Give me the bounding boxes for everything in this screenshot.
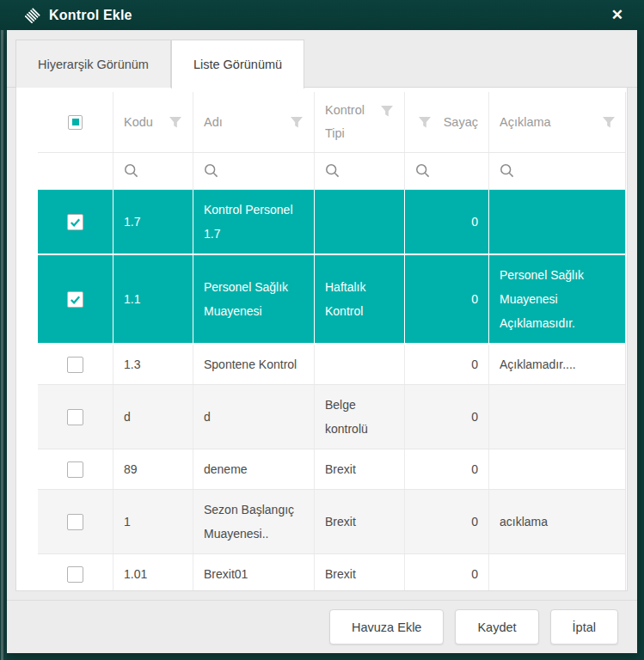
page-background: Kontrol Ekle ✕ Hiyerarşik Görünüm Liste … [0,0,644,660]
tab-liste-gorunumu[interactable]: Liste Görünümü [171,40,304,89]
column-header-kodu[interactable]: Kodu [113,92,193,152]
cell-aciklama [488,190,626,254]
unchecked-checkbox-icon [67,461,83,478]
table-row[interactable]: 1.01Brexit01Brexit0 [38,554,625,591]
iptal-button[interactable]: İptal [550,609,618,645]
cell-kodu: 1 [113,490,193,553]
cell-sayac: 0 [404,345,488,384]
cell-kodu: 1.01 [113,554,193,591]
cell-kontrol-tipi: Belge kontrolü [314,385,404,449]
tab-content-panel: Kodu Adı Kontrol Tipi Sayaç [15,88,628,591]
controls-table: Kodu Adı Kontrol Tipi Sayaç [38,92,626,590]
cell-kontrol-tipi: Haftalık Kontrol [314,255,404,343]
search-icon [325,163,340,179]
filter-funnel-icon[interactable] [169,117,182,128]
cell-aciklama [488,554,626,591]
table-row[interactable]: 1.3Spontene Kontrol0Açıklamadır.... [38,345,625,385]
search-icon [500,163,515,179]
tab-label: Hiyerarşik Görünüm [38,58,149,71]
cell-aciklama [488,449,626,489]
search-filter-cell-checkbox [38,153,113,189]
cell-adi: deneme [193,449,314,489]
unchecked-checkbox-icon [67,514,83,530]
table-body: 1.7Kontrol Personel 1.701.1Personel Sağl… [38,190,625,591]
table-header-row: Kodu Adı Kontrol Tipi Sayaç [38,92,625,152]
cell-sayac: 0 [404,255,488,343]
cell-kontrol-tipi: Brexit [314,554,404,591]
modal-dialog: Hiyerarşik Görünüm Liste Görünümü Kodu [7,30,637,653]
table-left-gutter [16,92,38,590]
cell-kodu: 1.7 [113,190,193,254]
modal-header: Kontrol Ekle ✕ [0,0,644,30]
cell-sayac: 0 [404,554,488,591]
filter-funnel-icon[interactable] [418,117,432,128]
checked-checkbox-icon [67,291,83,308]
row-checkbox[interactable] [38,385,113,449]
search-filter-sayac[interactable] [404,153,488,189]
kaydet-button[interactable]: Kaydet [455,609,538,645]
cell-aciklama: Açıklamadır.... [488,345,626,384]
unchecked-checkbox-icon [67,566,83,583]
table-row[interactable]: ddBelge kontrolü0 [38,385,625,449]
row-checkbox[interactable] [38,490,113,553]
cell-adi: Sezon Başlangıç Muayenesi.. [193,490,314,553]
cell-aciklama: Personel Sağlık Muayenesi Açıklamasıdır. [488,255,626,343]
column-header-kontrol-tipi[interactable]: Kontrol Tipi [314,92,404,152]
table-row[interactable]: 89denemeBrexit0 [38,449,625,490]
row-checkbox[interactable] [38,554,113,591]
close-icon[interactable]: ✕ [608,6,627,24]
filter-funnel-icon[interactable] [290,117,304,128]
cell-adi: Spontene Kontrol [193,345,314,384]
column-header-adi[interactable]: Adı [193,92,314,152]
cell-kontrol-tipi [314,190,404,254]
column-header-sayac[interactable]: Sayaç [404,92,488,152]
cell-sayac: 0 [404,190,488,254]
cell-adi: d [193,385,314,449]
row-checkbox[interactable] [38,255,113,343]
search-filter-kontrol-tipi[interactable] [314,153,404,189]
cell-sayac: 0 [404,385,488,449]
cell-kodu: 89 [113,449,193,489]
cell-adi: Kontrol Personel 1.7 [193,190,314,254]
checked-checkbox-icon [67,214,83,230]
tab-label: Liste Görünümü [193,58,282,71]
search-icon [415,163,431,179]
column-header-aciklama[interactable]: Açıklama [488,92,626,152]
indeterminate-checkbox-icon [68,115,83,130]
cell-adi: Brexit01 [193,554,314,591]
search-filter-adi[interactable] [193,153,314,189]
unchecked-checkbox-icon [67,409,83,425]
select-all-checkbox[interactable] [38,92,113,152]
cell-kontrol-tipi: Brexit [314,449,404,489]
table-search-row [38,152,625,190]
row-checkbox[interactable] [38,190,113,254]
tab-hiyerarsik-gorunum[interactable]: Hiyerarşik Görünüm [15,40,171,88]
cell-aciklama [488,385,626,449]
cell-adi: Personel Sağlık Muayenesi [193,255,314,343]
cell-sayac: 0 [404,490,488,553]
havuza-ekle-button[interactable]: Havuza Ekle [329,609,444,645]
cell-kontrol-tipi: Brexit [314,490,404,553]
cell-kodu: 1.1 [113,255,193,343]
row-checkbox[interactable] [38,449,113,489]
table-row[interactable]: 1.7Kontrol Personel 1.70 [38,190,625,255]
hatched-layers-icon [25,8,40,23]
search-filter-kodu[interactable] [113,153,193,189]
cell-kodu: 1.3 [113,345,193,384]
search-icon [124,163,139,179]
filter-funnel-icon[interactable] [602,117,616,128]
cell-sayac: 0 [404,449,488,489]
page-behind-left-edge [0,30,7,660]
modal-footer: Havuza Ekle Kaydet İptal [7,600,637,653]
modal-title: Kontrol Ekle [49,8,132,23]
search-filter-aciklama[interactable] [488,153,626,189]
unchecked-checkbox-icon [67,357,83,373]
filter-funnel-icon[interactable] [380,106,394,117]
table-row[interactable]: 1Sezon Başlangıç Muayenesi..Brexit0acıkl… [38,490,625,554]
cell-aciklama: acıklama [488,490,626,553]
cell-kontrol-tipi [314,345,404,384]
row-checkbox[interactable] [38,345,113,384]
cell-kodu: d [113,385,193,449]
table-row[interactable]: 1.1Personel Sağlık MuayenesiHaftalık Kon… [38,255,625,345]
tab-strip: Hiyerarşik Görünüm Liste Görünümü [7,30,637,88]
